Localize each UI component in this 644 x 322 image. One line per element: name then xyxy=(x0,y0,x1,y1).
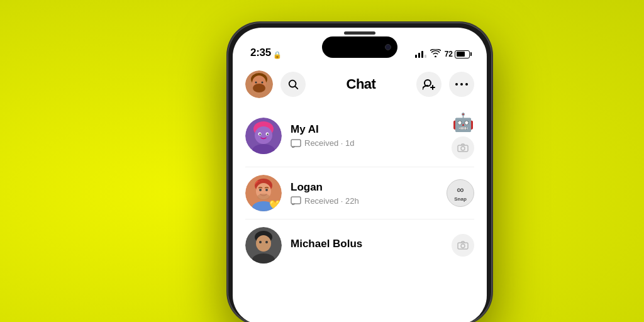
svg-point-12 xyxy=(460,83,463,86)
chat-list: My AI Received · 1d 🤖 xyxy=(233,104,487,322)
chat-header: Chat xyxy=(233,64,487,104)
scene: 2:35 🔒 xyxy=(0,0,644,322)
logan-status-text: Received · 22h xyxy=(304,196,359,206)
robot-icon: 🤖 xyxy=(452,112,474,133)
svg-point-16 xyxy=(255,126,272,144)
svg-point-13 xyxy=(465,83,468,86)
svg-point-19 xyxy=(259,133,260,135)
camera-icon xyxy=(457,143,469,152)
message-icon-logan xyxy=(291,196,301,205)
svg-point-6 xyxy=(289,80,296,87)
user-avatar[interactable] xyxy=(245,70,273,98)
signal-icon xyxy=(415,51,426,58)
add-friend-button[interactable] xyxy=(416,72,441,97)
infinity-icon: ∞ xyxy=(457,185,464,195)
michael-info: Michael Bolus xyxy=(291,238,443,253)
svg-point-40 xyxy=(461,244,465,248)
chat-item-logan[interactable]: 💛 Logan Received · 22h xyxy=(233,167,487,219)
svg-point-24 xyxy=(461,147,465,150)
svg-rect-32 xyxy=(291,197,301,204)
camera-button-ai[interactable] xyxy=(452,136,474,159)
camera-icon-michael xyxy=(457,241,469,250)
michael-actions xyxy=(452,234,474,257)
lock-icon: 🔒 xyxy=(273,51,282,59)
status-icons: 72 xyxy=(415,49,472,59)
logan-status: Received · 22h xyxy=(291,196,438,206)
more-icon xyxy=(455,82,468,86)
front-camera xyxy=(385,44,391,50)
svg-rect-22 xyxy=(291,140,301,147)
svg-point-28 xyxy=(259,189,262,191)
svg-point-29 xyxy=(265,189,268,191)
battery-icon: 72 xyxy=(445,50,472,58)
phone-screen: 2:35 🔒 xyxy=(233,28,487,322)
camera-button-michael[interactable] xyxy=(452,234,474,257)
svg-point-30 xyxy=(257,194,270,200)
search-icon xyxy=(287,79,299,90)
logan-actions: ∞ Snap xyxy=(447,179,474,207)
svg-point-37 xyxy=(265,241,268,243)
my-ai-status: Received · 1d xyxy=(291,138,443,148)
add-friend-icon xyxy=(423,79,435,90)
svg-point-3 xyxy=(253,84,265,92)
svg-point-36 xyxy=(259,241,262,243)
svg-point-4 xyxy=(255,82,257,84)
battery-percent: 72 xyxy=(445,50,453,58)
my-ai-status-text: Received · 1d xyxy=(304,138,355,148)
my-ai-avatar xyxy=(245,118,282,154)
search-button[interactable] xyxy=(280,72,306,97)
chat-item-my-ai[interactable]: My AI Received · 1d 🤖 xyxy=(233,104,487,167)
heart-badge: 💛 xyxy=(269,199,282,211)
wifi-icon xyxy=(430,49,441,59)
my-ai-name: My AI xyxy=(291,123,443,136)
michael-name: Michael Bolus xyxy=(291,238,443,250)
snap-label: Snap xyxy=(454,196,467,202)
my-ai-actions: 🤖 xyxy=(452,112,474,159)
logan-avatar: 💛 xyxy=(245,175,282,211)
logan-name: Logan xyxy=(291,181,438,194)
phone-shell: 2:35 🔒 xyxy=(228,23,492,322)
my-ai-info: My AI Received · 1d xyxy=(291,123,443,148)
logan-info: Logan Received · 22h xyxy=(291,181,438,206)
status-time: 2:35 xyxy=(250,47,271,59)
svg-point-11 xyxy=(455,83,458,86)
message-icon xyxy=(291,139,301,148)
michael-avatar xyxy=(245,227,282,264)
svg-point-20 xyxy=(267,133,268,135)
chat-item-michael[interactable]: Michael Bolus xyxy=(233,219,487,271)
snap-button-logan[interactable]: ∞ Snap xyxy=(447,179,474,207)
dynamic-island xyxy=(322,36,397,58)
svg-point-5 xyxy=(262,82,264,84)
svg-line-7 xyxy=(296,87,298,89)
more-options-button[interactable] xyxy=(449,72,474,97)
page-title: Chat xyxy=(313,76,409,92)
svg-point-35 xyxy=(256,235,271,252)
